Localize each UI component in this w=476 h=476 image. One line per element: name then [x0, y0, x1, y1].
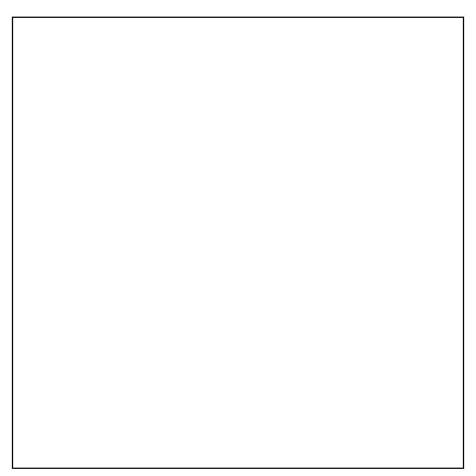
svg-rect-0	[13, 18, 463, 468]
plot-area	[12, 17, 464, 469]
background-gradient	[13, 18, 463, 468]
chart-container	[0, 0, 476, 476]
